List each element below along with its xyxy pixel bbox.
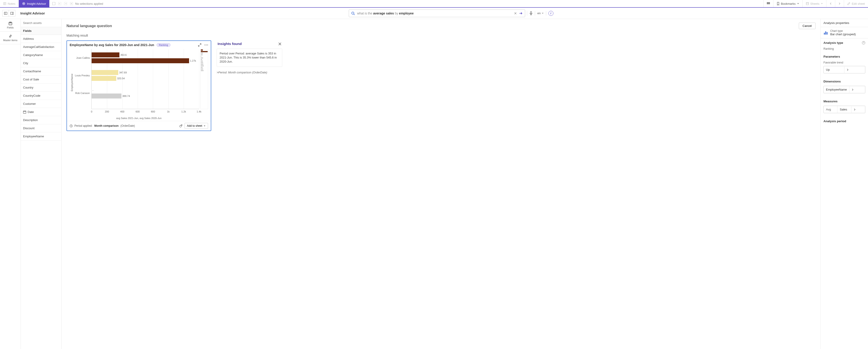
clock-icon: [70, 125, 72, 128]
left-rail: Fields Master items: [0, 19, 21, 349]
fav-trend-label: Favorable trend: [821, 61, 868, 66]
notes-button[interactable]: Notes: [0, 0, 19, 7]
sheet-icon: [806, 2, 809, 5]
svg-rect-11: [768, 3, 769, 4]
edit-sheet-button[interactable]: Edit sheet: [844, 0, 868, 7]
field-item[interactable]: ContactName: [21, 67, 61, 75]
bar[interactable]: 1.27k: [92, 58, 189, 63]
rail-fields-label: Fields: [7, 26, 13, 29]
svg-point-16: [352, 12, 354, 14]
cancel-button[interactable]: Cancel: [799, 23, 815, 29]
field-item[interactable]: Address: [21, 35, 61, 43]
chart-minimap[interactable]: [200, 49, 208, 109]
svg-rect-9: [769, 2, 770, 3]
explore-icon[interactable]: [179, 124, 183, 128]
main-toolbar: Notes Insight Advisor No selections appl…: [0, 0, 868, 8]
field-item[interactable]: AverageCallSatisfaction: [21, 43, 61, 51]
notes-label: Notes: [8, 2, 16, 5]
toggle-right-panel[interactable]: [9, 10, 15, 16]
bar[interactable]: 347.69: [92, 70, 118, 75]
mic-icon[interactable]: [529, 11, 533, 15]
no-selections-label: No selections applied: [75, 2, 103, 5]
field-item[interactable]: Date: [21, 108, 61, 116]
language-selector[interactable]: en: [537, 11, 544, 15]
database-icon: [8, 22, 12, 25]
svg-rect-8: [768, 2, 769, 3]
field-list[interactable]: AddressAverageCallSatisfactionCategoryNa…: [21, 35, 61, 349]
step-forward-icon[interactable]: [64, 2, 68, 6]
svg-point-20: [205, 44, 205, 45]
sheets-button[interactable]: Sheets: [802, 0, 826, 7]
fav-trend-dropdown[interactable]: Up: [824, 66, 865, 73]
field-item[interactable]: CountryCode: [21, 92, 61, 100]
y-category: Joan Callins: [76, 57, 92, 59]
clear-selection-icon[interactable]: [69, 2, 73, 6]
next-sheet-button[interactable]: [835, 0, 844, 7]
dimension-dropdown[interactable]: EmployeeName: [824, 86, 865, 93]
fields-section-header: Fields: [21, 27, 61, 35]
grid-view-button[interactable]: [763, 0, 773, 7]
info-icon[interactable]: i: [549, 11, 553, 16]
add-to-sheet-button[interactable]: Add to sheet: [185, 123, 208, 129]
x-tick: 0: [91, 110, 92, 113]
field-item[interactable]: EmployeeName: [21, 132, 61, 140]
field-item[interactable]: CategoryName: [21, 51, 61, 59]
step-back-icon[interactable]: [58, 2, 62, 6]
x-tick: 1.4k: [197, 110, 202, 113]
chevron-right-icon: [854, 108, 856, 111]
bar[interactable]: 363.6: [92, 53, 119, 57]
field-item[interactable]: Customer: [21, 100, 61, 108]
search-query-display: what is the average sales by employee: [357, 11, 512, 15]
chart-type-label: Chart type: [830, 29, 856, 33]
x-tick: 1k: [167, 110, 169, 113]
submit-arrow-icon[interactable]: [519, 12, 523, 15]
svg-rect-28: [827, 32, 828, 35]
rail-master-items[interactable]: Master items: [0, 32, 21, 44]
help-icon[interactable]: [862, 41, 865, 44]
field-item[interactable]: Country: [21, 83, 61, 92]
svg-rect-10: [767, 3, 768, 4]
search-box[interactable]: what is the average sales by employee: [349, 9, 525, 17]
field-item[interactable]: Description: [21, 116, 61, 124]
link-icon: [8, 34, 12, 38]
field-item[interactable]: Discount: [21, 124, 61, 132]
panel-toggle: [2, 10, 16, 17]
period-field: (OrderDate): [120, 124, 135, 128]
prev-sheet-button[interactable]: [826, 0, 835, 7]
chevron-down-icon: [821, 2, 823, 5]
bar[interactable]: 320.54: [92, 76, 116, 81]
field-item[interactable]: City: [21, 59, 61, 67]
svg-rect-17: [531, 11, 532, 13]
rail-fields[interactable]: Fields: [0, 19, 21, 32]
chart-grid: 02004006008001k1.2k1.4kJoan Callins363.6…: [91, 49, 199, 109]
svg-rect-13: [806, 2, 808, 5]
svg-point-22: [207, 44, 208, 45]
close-icon[interactable]: [278, 42, 281, 45]
svg-point-25: [181, 125, 182, 126]
x-tick: 200: [105, 110, 109, 113]
search-assets-input[interactable]: [21, 19, 61, 27]
properties-heading: Analysis properties: [821, 19, 868, 27]
pencil-icon: [847, 2, 850, 5]
bar[interactable]: 388.74: [92, 94, 121, 99]
bookmarks-button[interactable]: Bookmarks: [773, 0, 802, 7]
insight-advisor-button[interactable]: Insight Advisor: [19, 0, 50, 7]
toggle-left-panel[interactable]: [2, 10, 9, 16]
svg-rect-15: [11, 12, 13, 14]
field-item[interactable]: Cost of Sale: [21, 75, 61, 83]
measure-dropdown[interactable]: Avg Sales: [824, 106, 865, 113]
insight-icon: [22, 2, 26, 5]
caret-down-icon: [204, 125, 206, 127]
parameters-section: Parameters: [821, 52, 868, 61]
chart-card: EmployeeName by avg Sales for 2020-Jun a…: [66, 40, 211, 131]
svg-rect-12: [769, 3, 770, 4]
more-icon[interactable]: [205, 43, 208, 46]
center-panel: Natural language question Cancel Matchin…: [62, 19, 820, 349]
svg-rect-19: [23, 111, 26, 113]
selection-tool-icon[interactable]: [52, 2, 56, 6]
clear-icon[interactable]: [514, 12, 517, 15]
svg-point-21: [206, 44, 207, 45]
bookmarks-label: Bookmarks: [781, 2, 796, 5]
expand-icon[interactable]: [198, 43, 201, 46]
insights-heading: Insights found: [218, 42, 242, 46]
